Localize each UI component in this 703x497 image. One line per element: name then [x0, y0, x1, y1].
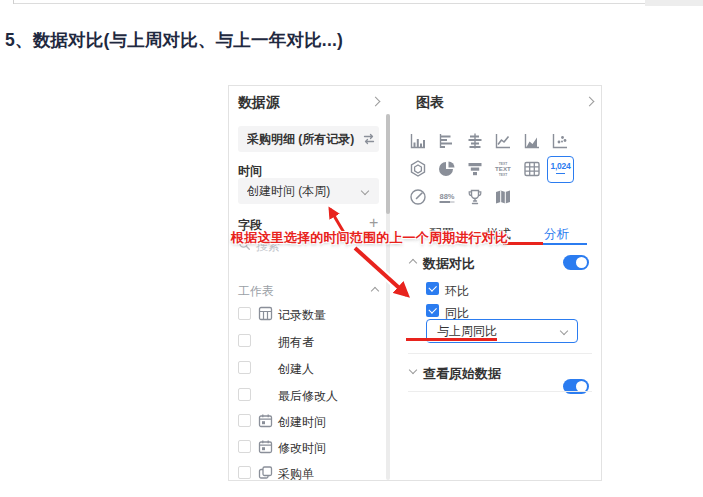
scatter-chart-icon[interactable]: [550, 131, 570, 151]
section-divider: [408, 353, 592, 354]
page-top-divider: [13, 3, 703, 4]
progress-chart-icon[interactable]: 88%: [437, 187, 457, 207]
chevron-right-icon[interactable]: [585, 97, 595, 107]
compare-toggle-on[interactable]: [563, 255, 589, 270]
field-row-modify-time[interactable]: 修改时间: [229, 437, 386, 457]
raw-data-section-label: 查看原始数据: [423, 365, 501, 383]
line-chart-icon[interactable]: [493, 131, 513, 151]
add-field-button[interactable]: +: [369, 217, 378, 229]
pie-chart-icon[interactable]: [437, 159, 457, 179]
datasource-name: 采购明细 (所有记录): [247, 131, 370, 148]
swap-icon[interactable]: [362, 132, 376, 146]
chevron-down-icon: [560, 327, 568, 335]
checkbox-unchecked[interactable]: [238, 466, 251, 479]
datasource-panel-title: 数据源: [238, 94, 280, 112]
pivot-table-icon[interactable]: [522, 159, 542, 179]
tab-analysis[interactable]: 分析: [544, 226, 569, 243]
column-chart-icon[interactable]: [408, 131, 428, 151]
field-row-purchase-order[interactable]: 采购单: [229, 463, 386, 483]
checkbox-unchecked[interactable]: [238, 440, 251, 453]
number-card-underline: [556, 173, 565, 175]
field-row-create-time[interactable]: 创建时间: [229, 411, 386, 431]
active-tab-indicator: [541, 243, 587, 245]
bar-chart-icon[interactable]: [437, 131, 457, 151]
option-label-mom: 环比: [445, 283, 469, 300]
section-divider: [408, 391, 592, 392]
time-range-dropdown[interactable]: 创建时间 (本周): [238, 178, 379, 204]
checkbox-unchecked[interactable]: [238, 334, 251, 347]
funnel-chart-icon[interactable]: [465, 159, 485, 179]
page-title: 5、数据对比(与上周对比、与上一年对比...): [5, 28, 343, 52]
word-cloud-icon[interactable]: TEXT TEXT TEXT: [493, 159, 513, 179]
field-row-owner[interactable]: 拥有者: [229, 331, 386, 351]
scrollbar-thumb[interactable]: [386, 114, 390, 214]
annotation-underline-tabs: [503, 242, 543, 245]
area-chart-icon[interactable]: [522, 131, 542, 151]
chevron-right-icon[interactable]: [371, 97, 381, 107]
gauge-chart-icon[interactable]: [408, 187, 428, 207]
trophy-icon[interactable]: [465, 187, 485, 207]
relation-icon: [258, 465, 273, 480]
svg-text:TEXT: TEXT: [495, 165, 511, 172]
annotation-text: 根据这里选择的时间范围的上一个周期进行对比: [231, 229, 508, 247]
chart-panel-title: 图表: [416, 94, 444, 112]
checkbox-checked-tongbi[interactable]: [426, 304, 439, 317]
settings-screenshot: 数据源 采购明细 (所有记录) 时间 创建时间 (本周) 字段 + 搜索 工作表: [228, 85, 602, 481]
expand-section-icon[interactable]: [409, 366, 417, 374]
compare-section-label: 数据对比: [423, 255, 475, 273]
map-chart-icon[interactable]: [493, 187, 513, 207]
calendar-icon: [258, 413, 273, 428]
svg-text:88%: 88%: [440, 192, 455, 201]
svg-text:TEXT: TEXT: [499, 173, 509, 177]
checkbox-unchecked[interactable]: [238, 414, 251, 427]
calendar-icon: [258, 439, 273, 454]
checkbox-unchecked[interactable]: [238, 307, 251, 320]
time-range-value: 创建时间 (本周): [247, 183, 362, 200]
scrollbar-fragment[interactable]: [645, 0, 703, 6]
record-count-icon: [258, 306, 273, 321]
field-row-creator[interactable]: 创建人: [229, 358, 386, 378]
chevron-down-icon: [361, 187, 369, 195]
checkbox-unchecked[interactable]: [238, 361, 251, 374]
field-row-record-count[interactable]: 记录数量: [229, 304, 386, 324]
checkbox-checked-huanbi[interactable]: [426, 282, 439, 295]
worksheet-group-label: 工作表: [238, 283, 274, 300]
collapse-section-icon[interactable]: [409, 259, 417, 267]
bidirectional-bar-chart-icon[interactable]: [465, 131, 485, 151]
datasource-selector[interactable]: 采购明细 (所有记录): [238, 126, 379, 152]
number-card-icon-selected[interactable]: 1,024: [547, 156, 574, 183]
panel-scrollbar[interactable]: [386, 114, 390, 480]
field-row-last-modifier[interactable]: 最后修改人: [229, 385, 386, 405]
compare-period-value: 与上周同比: [437, 323, 561, 340]
checkbox-unchecked[interactable]: [238, 388, 251, 401]
annotation-underline-dropdown: [406, 338, 497, 341]
radar-chart-icon[interactable]: [408, 159, 428, 179]
chevron-up-icon[interactable]: [371, 287, 379, 295]
page-top-tick: [13, 0, 14, 4]
